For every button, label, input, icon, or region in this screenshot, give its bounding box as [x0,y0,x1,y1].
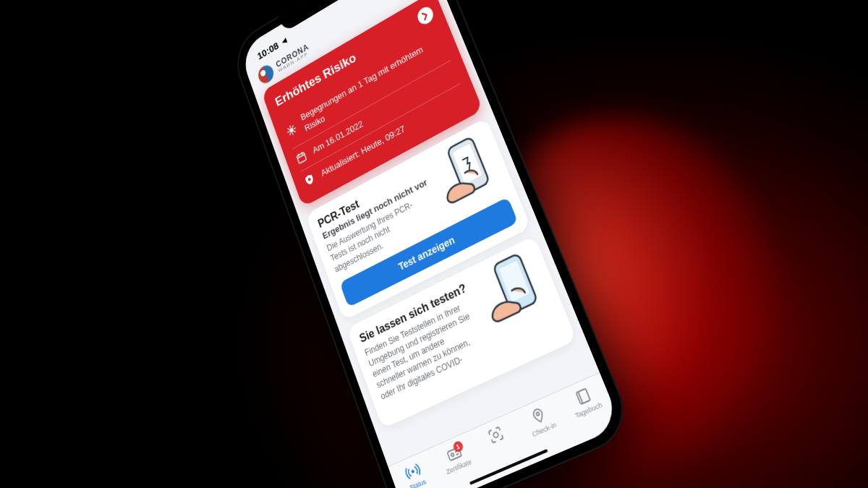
svg-line-21 [455,451,457,453]
zertifikate-badge: 1 [451,440,464,453]
status-icon [403,461,423,482]
testing-illustration [463,243,556,334]
phone-screen: 10:08 ◀ CORONA WARN-APP i [239,0,622,488]
svg-line-26 [578,392,582,403]
svg-rect-19 [447,448,461,461]
svg-line-6 [294,130,295,132]
svg-line-8 [292,125,294,127]
svg-line-22 [456,454,458,455]
svg-rect-17 [499,260,530,301]
diary-icon [571,385,594,408]
tab-status-label: Status [409,478,427,488]
tab-checkin-label: Check-in [531,421,557,438]
calendar-icon [294,150,308,165]
svg-rect-25 [576,389,590,405]
home-indicator[interactable] [469,449,548,485]
shield-icon [303,172,317,187]
testing-body: Finden Sie Teststellen in Ihrer Umgebung… [363,299,485,402]
stage: 10:08 ◀ CORONA WARN-APP i [0,0,868,488]
virus-icon [285,122,298,137]
svg-point-0 [289,127,294,133]
svg-rect-15 [453,144,482,184]
pcr-illustration [418,125,507,215]
tab-tagebuch[interactable]: Tagebuch [560,380,610,423]
svg-line-4 [294,128,295,129]
certificate-icon [443,442,464,465]
svg-line-1 [290,126,291,127]
tab-scan-label [499,445,503,453]
tab-scan[interactable] [474,419,522,461]
checkin-icon [528,405,550,427]
svg-line-7 [289,133,291,134]
status-time-text: 10:08 [256,39,280,61]
svg-point-24 [536,412,540,416]
app-logo-icon [256,62,276,85]
svg-point-23 [493,432,499,438]
tab-checkin[interactable]: Check-in [516,399,566,442]
scan-icon [485,424,507,446]
svg-line-5 [288,128,289,129]
svg-point-18 [411,469,414,474]
network-activity-icon: ◀ [281,36,287,45]
tab-zertifikate-label: Zertifikate [446,458,473,476]
phone-frame: 10:08 ◀ CORONA WARN-APP i [229,0,636,488]
svg-point-20 [451,453,454,457]
svg-line-2 [292,133,293,134]
tab-tagebuch-label: Tagebuch [574,401,604,419]
svg-line-3 [288,132,289,132]
tab-status[interactable]: Status [392,455,438,488]
tab-zertifikate[interactable]: 1 Zertifikate [433,437,480,479]
svg-rect-16 [493,253,537,313]
svg-rect-14 [447,137,490,195]
